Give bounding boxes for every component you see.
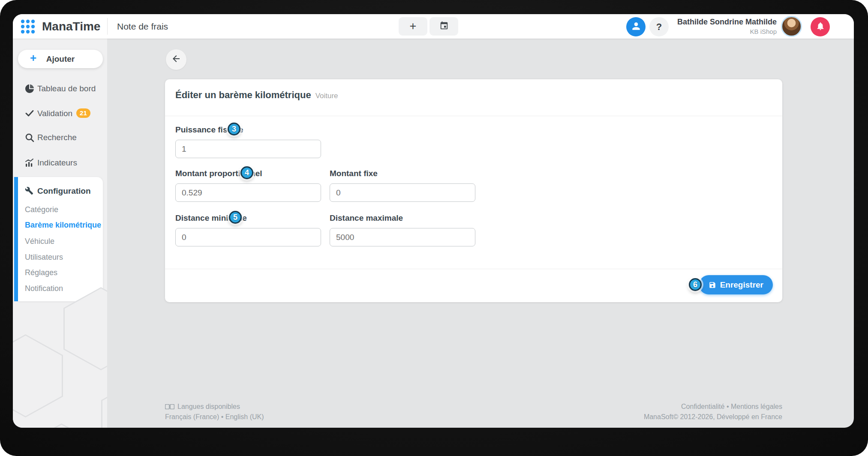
main-content: Éditer un barème kilométrique Voiture Pu… bbox=[107, 39, 854, 428]
sidebar-item-label: Validation21 bbox=[37, 108, 90, 118]
calendar-icon bbox=[439, 21, 449, 32]
montant-fixe-label: Montant fixe bbox=[330, 169, 378, 178]
montant-fixe-input[interactable] bbox=[330, 183, 475, 202]
sidebar-illustration: ✓ bbox=[26, 336, 101, 419]
bell-icon bbox=[816, 21, 825, 33]
sidebar: + Ajouter Tableau de bord V bbox=[13, 39, 107, 428]
notifications-button[interactable] bbox=[811, 17, 830, 36]
card-divider bbox=[165, 269, 782, 269]
validation-count-badge: 21 bbox=[76, 108, 90, 118]
sidebar-item-indicators[interactable]: Indicateurs bbox=[13, 156, 107, 169]
montant-proportionnel-input[interactable] bbox=[175, 183, 321, 202]
brand-logo-text: ManaTime bbox=[42, 14, 100, 39]
distance-maximale-input[interactable] bbox=[330, 228, 475, 246]
config-item-categorie[interactable]: Catégorie bbox=[25, 205, 58, 216]
wrench-icon bbox=[25, 186, 33, 195]
sidebar-item-label: Tableau de bord bbox=[37, 84, 96, 93]
footer-languages: Langues disponibles Français (France) • … bbox=[165, 403, 264, 421]
sidebar-item-dashboard[interactable]: Tableau de bord bbox=[13, 82, 107, 95]
card-title: Éditer un barème kilométrique bbox=[175, 90, 311, 101]
search-icon bbox=[24, 132, 35, 143]
copyright-text: ManaSoft© 2012-2026, Développé en France bbox=[644, 413, 782, 421]
step-badge-5: 5 bbox=[229, 211, 242, 224]
config-item-utilisateurs[interactable]: Utilisateurs bbox=[25, 253, 63, 263]
save-icon bbox=[709, 281, 716, 289]
sidebar-item-label: Recherche bbox=[37, 133, 77, 142]
user-name: Bathilde Sondrine Mathilde bbox=[677, 18, 777, 27]
legal-links[interactable]: Confidentialité • Mentions légales bbox=[644, 403, 782, 411]
header-divider bbox=[107, 18, 108, 35]
puissance-fiscale-input[interactable] bbox=[175, 140, 321, 158]
config-item-vehicule[interactable]: Véhicule bbox=[25, 237, 54, 247]
save-button-label: Enregistrer bbox=[720, 280, 763, 290]
configuration-label: Configuration bbox=[37, 186, 91, 196]
config-item-bareme-kilometrique[interactable]: Barème kilométrique bbox=[25, 221, 101, 231]
user-info[interactable]: Bathilde Sondrine Mathilde KB iShop bbox=[677, 18, 777, 35]
sidebar-item-search[interactable]: Recherche bbox=[13, 131, 107, 144]
active-section-indicator bbox=[14, 177, 18, 301]
config-item-notification[interactable]: Notification bbox=[25, 284, 63, 294]
help-button[interactable]: ? bbox=[649, 17, 669, 36]
step-badge-3: 3 bbox=[228, 123, 240, 135]
help-icon: ? bbox=[656, 21, 662, 33]
card-subtitle: Voiture bbox=[315, 92, 338, 100]
app-window: ManaTime Note de frais + bbox=[13, 14, 854, 428]
step-badge-6: 6 bbox=[689, 278, 702, 291]
distance-minimale-input[interactable] bbox=[175, 228, 321, 246]
language-flags-icon bbox=[165, 404, 174, 409]
back-button[interactable] bbox=[166, 49, 186, 70]
page-title: Note de frais bbox=[117, 14, 168, 39]
card-divider bbox=[165, 116, 782, 116]
bar-chart-icon bbox=[24, 158, 35, 168]
sidebar-item-label: Indicateurs bbox=[37, 158, 77, 168]
support-agent-button[interactable] bbox=[626, 17, 646, 36]
languages-title: Langues disponibles bbox=[177, 403, 240, 411]
add-entry-button[interactable]: + bbox=[399, 17, 427, 36]
check-icon bbox=[24, 108, 35, 118]
distance-maximale-label: Distance maximale bbox=[330, 213, 403, 223]
arrow-left-icon bbox=[171, 54, 181, 66]
plus-icon: + bbox=[30, 51, 36, 65]
config-item-reglages[interactable]: Réglages bbox=[25, 268, 57, 279]
hexagon-pattern bbox=[101, 379, 107, 428]
pie-chart-icon bbox=[24, 84, 35, 94]
screenshot-stage: ManaTime Note de frais + bbox=[0, 0, 868, 456]
apps-grid-icon[interactable] bbox=[20, 18, 36, 36]
footer-legal: Confidentialité • Mentions légales ManaS… bbox=[644, 403, 782, 421]
edit-bareme-card: Éditer un barème kilométrique Voiture Pu… bbox=[165, 79, 782, 302]
calendar-button[interactable] bbox=[429, 17, 458, 36]
sidebar-item-configuration[interactable]: Configuration bbox=[18, 186, 103, 197]
languages-list[interactable]: Français (France) • English (UK) bbox=[165, 413, 264, 421]
hexagon-pattern bbox=[24, 423, 99, 428]
sidebar-item-validation[interactable]: Validation21 bbox=[13, 107, 107, 120]
save-button[interactable]: Enregistrer bbox=[699, 275, 773, 294]
top-bar: ManaTime Note de frais + bbox=[13, 14, 854, 39]
card-title-row: Éditer un barème kilométrique Voiture bbox=[175, 90, 338, 101]
configuration-section: Configuration Catégorie Barème kilométri… bbox=[18, 177, 103, 301]
support-agent-icon bbox=[631, 21, 642, 33]
add-button-label: Ajouter bbox=[46, 54, 75, 64]
add-button[interactable]: + Ajouter bbox=[18, 50, 103, 68]
user-organization: KB iShop bbox=[677, 28, 777, 35]
plus-icon: + bbox=[410, 20, 417, 33]
avatar[interactable] bbox=[781, 16, 802, 37]
step-badge-4: 4 bbox=[240, 166, 253, 179]
